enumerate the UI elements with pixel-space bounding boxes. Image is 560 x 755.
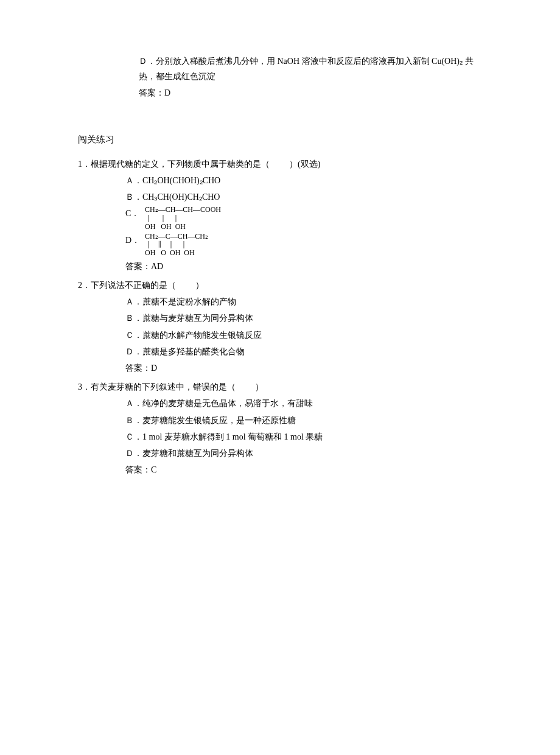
q2-option-c: Ｃ．蔗糖的水解产物能发生银镜反应 <box>125 328 482 343</box>
q3-option-d: Ｄ．麦芽糖和蔗糖互为同分异构体 <box>125 446 482 461</box>
q3-stem: 3．有关麦芽糖的下列叙述中，错误的是（） <box>78 379 482 395</box>
q1-option-a: Ａ．CH₂OH(CHOH)₂CHO <box>125 173 482 188</box>
q1-option-a-text: CH₂OH(CHOH)₂CHO <box>142 176 220 185</box>
q2-option-d: Ｄ．蔗糖是多羟基的醛类化合物 <box>125 344 482 359</box>
q1-option-b: Ｂ．CH₃CH(OH)CH₂CHO <box>125 189 482 205</box>
q1-option-c: C．CH₂—CH—CH—COOH｜ ｜ ｜OH OH OH <box>125 206 482 231</box>
q1-options: Ａ．CH₂OH(CHOH)₂CHO Ｂ．CH₃CH(OH)CH₂CHO C．CH… <box>125 173 482 258</box>
answer-label: 答案： <box>125 262 151 271</box>
q2-stem-suffix: ） <box>195 281 204 290</box>
answer-label: 答案： <box>125 363 151 373</box>
question-3: 3．有关麦芽糖的下列叙述中，错误的是（） Ａ．纯净的麦芽糖是无色晶体，易溶于水，… <box>78 379 482 477</box>
q2-stem-prefix: 2．下列说法不正确的是（ <box>78 281 176 290</box>
question-2: 2．下列说法不正确的是（） Ａ．蔗糖不是淀粉水解的产物 Ｂ．蔗糖与麦芽糖互为同分… <box>78 278 482 376</box>
q2-option-b: Ｂ．蔗糖与麦芽糖互为同分异构体 <box>125 311 482 326</box>
q2-stem: 2．下列说法不正确的是（） <box>78 278 482 293</box>
q1-option-b-label: Ｂ． <box>125 192 142 202</box>
section-title: 闯关练习 <box>78 132 482 148</box>
q3-stem-prefix: 3．有关麦芽糖的下列叙述中，错误的是（ <box>78 382 236 392</box>
intro-option-d: Ｄ．分别放入稀酸后煮沸几分钟，用 NaOH 溶液中和反应后的溶液再加入新制 Cu… <box>139 54 482 84</box>
intro-answer: 答案：D <box>139 85 482 100</box>
q1-answer-value: AD <box>151 262 163 271</box>
q3-stem-suffix: ） <box>255 382 264 392</box>
q2-option-a: Ａ．蔗糖不是淀粉水解的产物 <box>125 294 482 309</box>
intro-partial-question: Ｄ．分别放入稀酸后煮沸几分钟，用 NaOH 溶液中和反应后的溶液再加入新制 Cu… <box>139 54 482 101</box>
q2-options: Ａ．蔗糖不是淀粉水解的产物 Ｂ．蔗糖与麦芽糖互为同分异构体 Ｃ．蔗糖的水解产物能… <box>125 294 482 359</box>
q2-answer-value: D <box>151 363 157 373</box>
q1-option-c-label: C． <box>125 206 142 221</box>
q1-option-d-label: D． <box>125 233 142 248</box>
q3-option-a: Ａ．纯净的麦芽糖是无色晶体，易溶于水，有甜味 <box>125 396 482 411</box>
q3-options: Ａ．纯净的麦芽糖是无色晶体，易溶于水，有甜味 Ｂ．麦芽糖能发生银镜反应，是一种还… <box>125 396 482 461</box>
q1-option-d-structure: CH₂—C—CH—CH₂｜ ‖ ｜ ｜OH O OH OH <box>145 233 208 258</box>
answer-label: 答案： <box>125 465 151 474</box>
q1-option-d: D．CH₂—C—CH—CH₂｜ ‖ ｜ ｜OH O OH OH <box>125 233 482 258</box>
q1-option-b-text: CH₃CH(OH)CH₂CHO <box>142 192 220 202</box>
q3-answer: 答案：C <box>125 462 482 477</box>
q1-stem: 1．根据现代糖的定义，下列物质中属于糖类的是（）(双选) <box>78 156 482 172</box>
q1-option-a-label: Ａ． <box>125 176 142 185</box>
q3-option-b: Ｂ．麦芽糖能发生银镜反应，是一种还原性糖 <box>125 413 482 428</box>
q1-answer: 答案：AD <box>125 259 482 274</box>
question-1: 1．根据现代糖的定义，下列物质中属于糖类的是（）(双选) Ａ．CH₂OH(CHO… <box>78 156 482 275</box>
q3-option-c: Ｃ．1 mol 麦芽糖水解得到 1 mol 葡萄糖和 1 mol 果糖 <box>125 429 482 444</box>
q1-option-c-structure: CH₂—CH—CH—COOH｜ ｜ ｜OH OH OH <box>145 206 221 231</box>
q2-answer: 答案：D <box>125 360 482 376</box>
q3-answer-value: C <box>151 465 156 474</box>
answer-label: 答案： <box>139 88 164 97</box>
q1-stem-suffix: ）(双选) <box>289 160 320 169</box>
intro-answer-value: D <box>164 88 170 97</box>
q1-stem-prefix: 1．根据现代糖的定义，下列物质中属于糖类的是（ <box>78 160 270 169</box>
